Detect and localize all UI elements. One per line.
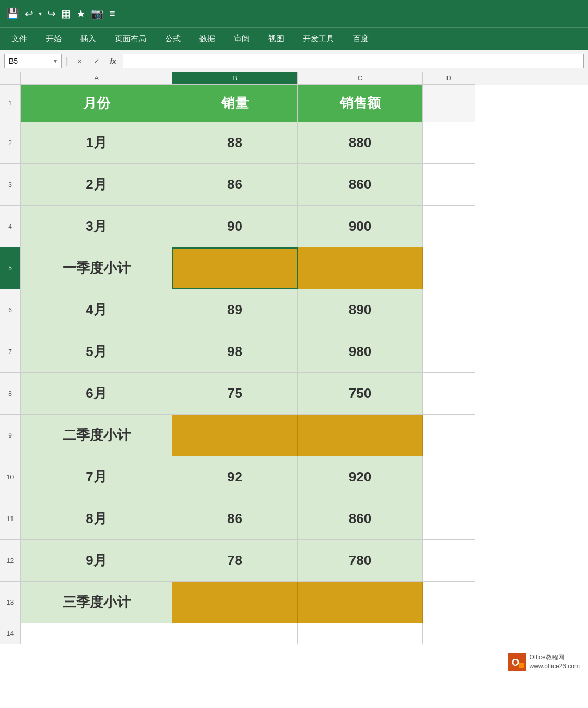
cell-4d (423, 206, 475, 247)
cell-10c[interactable]: 920 (298, 456, 423, 498)
cell-4c[interactable]: 900 (298, 206, 423, 247)
cell-13d (423, 582, 475, 623)
cell-13c[interactable] (298, 582, 423, 623)
cell-8b[interactable]: 75 (172, 373, 298, 415)
menu-formula[interactable]: 公式 (156, 31, 190, 47)
bottom-area: O Office教程网 www.office26.com (0, 644, 588, 676)
cell-4a[interactable]: 3月 (21, 206, 172, 247)
table-row: 4 3月 90 900 (0, 206, 588, 247)
cell-13a[interactable]: 三季度小计 (21, 582, 172, 623)
cell-9b[interactable] (172, 415, 298, 456)
cell-12a[interactable]: 9月 (21, 540, 172, 582)
menu-baidu[interactable]: 百度 (344, 31, 378, 47)
cell-9d (423, 415, 475, 456)
menu-data[interactable]: 数据 (190, 31, 225, 47)
col-header-a[interactable]: A (21, 72, 172, 85)
cell-6d (423, 289, 475, 331)
cell-10a[interactable]: 7月 (21, 456, 172, 498)
cancel-button[interactable]: × (73, 54, 87, 68)
cell-2c[interactable]: 880 (298, 122, 423, 164)
cell-11d (423, 498, 475, 540)
more-icon[interactable]: ≡ (109, 8, 115, 20)
bookmark-icon[interactable]: ★ (76, 7, 86, 20)
save-icon[interactable]: 💾 (6, 7, 19, 20)
formula-bar: B5 ▾ | × ✓ fx (0, 50, 588, 72)
cell-7b[interactable]: 98 (172, 331, 298, 373)
row-num-10: 10 (0, 456, 21, 498)
cell-5c[interactable] (298, 247, 423, 289)
confirm-button[interactable]: ✓ (89, 54, 104, 68)
cell-1b[interactable]: 销量 (172, 85, 298, 122)
menu-pagelayout[interactable]: 页面布局 (105, 31, 156, 47)
cell-7c[interactable]: 980 (298, 331, 423, 373)
menu-file[interactable]: 文件 (2, 31, 37, 47)
cell-2a[interactable]: 1月 (21, 122, 172, 164)
cell-4b[interactable]: 90 (172, 206, 298, 247)
cell-3c[interactable]: 860 (298, 164, 423, 206)
table-row: 11 8月 86 860 (0, 498, 588, 540)
cell-1c[interactable]: 销售额 (298, 85, 423, 122)
watermark-text-container: Office教程网 www.office26.com (530, 653, 580, 671)
row-num-1: 1 (0, 85, 21, 122)
cell-6a[interactable]: 4月 (21, 289, 172, 331)
camera-icon[interactable]: 📷 (91, 7, 104, 20)
row-num-5: 5 (0, 247, 21, 289)
cell-6c[interactable]: 890 (298, 289, 423, 331)
cell-8c[interactable]: 750 (298, 373, 423, 415)
undo-dropdown-icon[interactable]: ▾ (39, 10, 42, 17)
cell-7d (423, 331, 475, 373)
col-header-d[interactable]: D (423, 72, 475, 85)
menu-insert[interactable]: 插入 (71, 31, 105, 47)
row-num-13: 13 (0, 582, 21, 623)
watermark-line2: www.office26.com (530, 662, 580, 671)
table-row: 6 4月 89 890 (0, 289, 588, 331)
formula-input[interactable] (123, 54, 584, 68)
fx-button[interactable]: fx (106, 54, 121, 68)
menu-review[interactable]: 审阅 (225, 31, 259, 47)
table-row: 13 三季度小计 (0, 582, 588, 623)
table-row: 8 6月 75 750 (0, 373, 588, 415)
row-num-7: 7 (0, 331, 21, 373)
cell-5d (423, 247, 475, 289)
cell-5b[interactable] (172, 247, 298, 289)
cell-9c[interactable] (298, 415, 423, 456)
table-row: 2 1月 88 880 (0, 122, 588, 164)
cell-8a[interactable]: 6月 (21, 373, 172, 415)
menu-devtools[interactable]: 开发工具 (293, 31, 344, 47)
cell-2b[interactable]: 88 (172, 122, 298, 164)
cell-3b[interactable]: 86 (172, 164, 298, 206)
cell-11c[interactable]: 860 (298, 498, 423, 540)
undo-icon[interactable]: ↩ (25, 7, 33, 20)
cell-10d (423, 456, 475, 498)
svg-rect-2 (519, 663, 524, 668)
cell-13b[interactable] (172, 582, 298, 623)
cell-3a[interactable]: 2月 (21, 164, 172, 206)
cell-12c[interactable]: 780 (298, 540, 423, 582)
cell-14d (423, 623, 588, 644)
table-row: 10 7月 92 920 (0, 456, 588, 498)
redo-icon[interactable]: ↪ (47, 7, 56, 20)
cell-12b[interactable]: 78 (172, 540, 298, 582)
table-row: 12 9月 78 780 (0, 540, 588, 582)
cell-6b[interactable]: 89 (172, 289, 298, 331)
title-bar: 💾 ↩ ▾ ↪ ▦ ★ 📷 ≡ (0, 0, 588, 27)
menu-home[interactable]: 开始 (37, 31, 71, 47)
cell-9a[interactable]: 二季度小计 (21, 415, 172, 456)
row-num-14: 14 (0, 623, 21, 644)
menu-view[interactable]: 视图 (259, 31, 293, 47)
cell-11b[interactable]: 86 (172, 498, 298, 540)
cell-5a[interactable]: 一季度小计 (21, 247, 172, 289)
cell-8d (423, 373, 475, 415)
cell-1d (423, 85, 475, 122)
col-header-b[interactable]: B (172, 72, 298, 85)
table-row: 9 二季度小计 (0, 415, 588, 456)
cell-10b[interactable]: 92 (172, 456, 298, 498)
row-num-3: 3 (0, 164, 21, 206)
cell-1a[interactable]: 月份 (21, 85, 172, 122)
cell-11a[interactable]: 8月 (21, 498, 172, 540)
view-icon[interactable]: ▦ (61, 7, 71, 20)
cell-7a[interactable]: 5月 (21, 331, 172, 373)
col-header-c[interactable]: C (298, 72, 423, 85)
cell-reference-box[interactable]: B5 ▾ (4, 54, 62, 68)
watermark-icon: O (508, 653, 526, 671)
